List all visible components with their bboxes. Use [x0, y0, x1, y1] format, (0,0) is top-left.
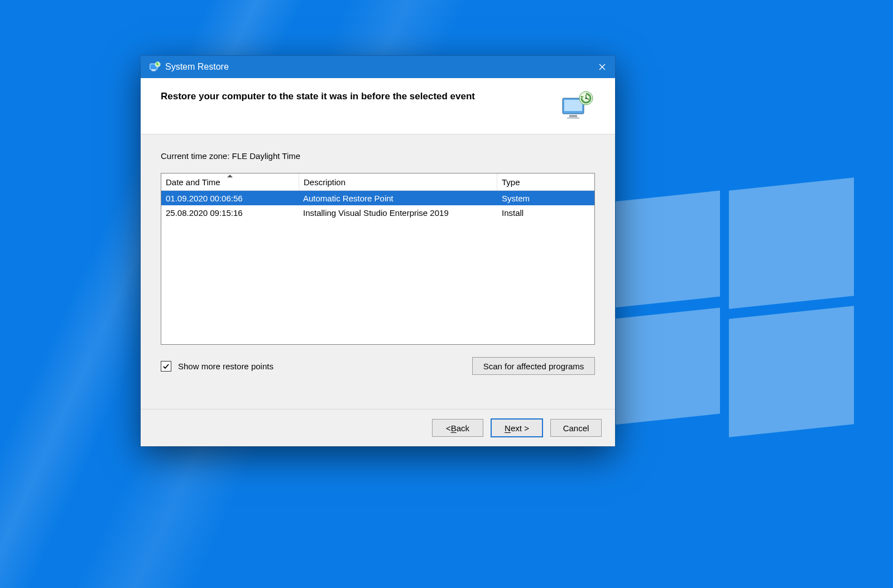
cell-description: Installing Visual Studio Enterprise 2019: [299, 208, 497, 218]
restore-points-table: Date and Time Description Type 01.09.202…: [161, 173, 595, 345]
column-header-type-label: Type: [502, 177, 520, 187]
table-row[interactable]: 25.08.2020 09:15:16Installing Visual Stu…: [161, 205, 594, 220]
table-header-row: Date and Time Description Type: [161, 173, 594, 191]
svg-rect-6: [567, 117, 579, 119]
cell-date: 25.08.2020 09:15:16: [161, 208, 299, 218]
table-body: 01.09.2020 00:06:56Automatic Restore Poi…: [161, 191, 594, 220]
svg-rect-4: [564, 100, 582, 111]
timezone-label: Current time zone: FLE Daylight Time: [161, 151, 595, 161]
column-header-description-label: Description: [304, 177, 345, 187]
system-restore-large-icon: [559, 90, 595, 122]
cell-date: 01.09.2020 00:06:56: [161, 194, 299, 203]
windows-logo-watermark: [608, 184, 854, 430]
table-row[interactable]: 01.09.2020 00:06:56Automatic Restore Poi…: [161, 191, 594, 205]
wizard-header: Restore your computer to the state it wa…: [141, 78, 615, 134]
close-icon: [599, 64, 606, 70]
system-restore-window: System Restore Restore your computer to …: [141, 56, 615, 446]
titlebar[interactable]: System Restore: [141, 56, 615, 78]
scan-affected-programs-button[interactable]: Scan for affected programs: [472, 357, 595, 375]
cell-description: Automatic Restore Point: [299, 194, 497, 203]
cell-type: Install: [497, 208, 594, 218]
wizard-footer: < Back Next > Cancel: [141, 409, 615, 446]
page-heading: Restore your computer to the state it wa…: [161, 90, 548, 103]
back-button[interactable]: < Back: [432, 419, 483, 437]
column-header-date-label: Date and Time: [166, 177, 220, 187]
svg-rect-5: [569, 115, 577, 117]
svg-rect-1: [152, 70, 156, 71]
window-title: System Restore: [165, 62, 229, 72]
cancel-button[interactable]: Cancel: [550, 419, 602, 437]
close-button[interactable]: [589, 56, 615, 78]
wizard-body: Current time zone: FLE Daylight Time Dat…: [141, 134, 615, 383]
show-more-label: Show more restore points: [178, 362, 273, 371]
next-button[interactable]: Next >: [491, 419, 542, 437]
column-header-type[interactable]: Type: [497, 173, 594, 190]
show-more-checkbox[interactable]: [161, 361, 171, 372]
cell-type: System: [497, 194, 594, 203]
column-header-description[interactable]: Description: [299, 173, 497, 190]
desktop-wallpaper: System Restore Restore your computer to …: [0, 0, 893, 588]
system-restore-icon: [148, 61, 161, 73]
column-header-date[interactable]: Date and Time: [161, 173, 299, 190]
checkmark-icon: [162, 363, 170, 370]
